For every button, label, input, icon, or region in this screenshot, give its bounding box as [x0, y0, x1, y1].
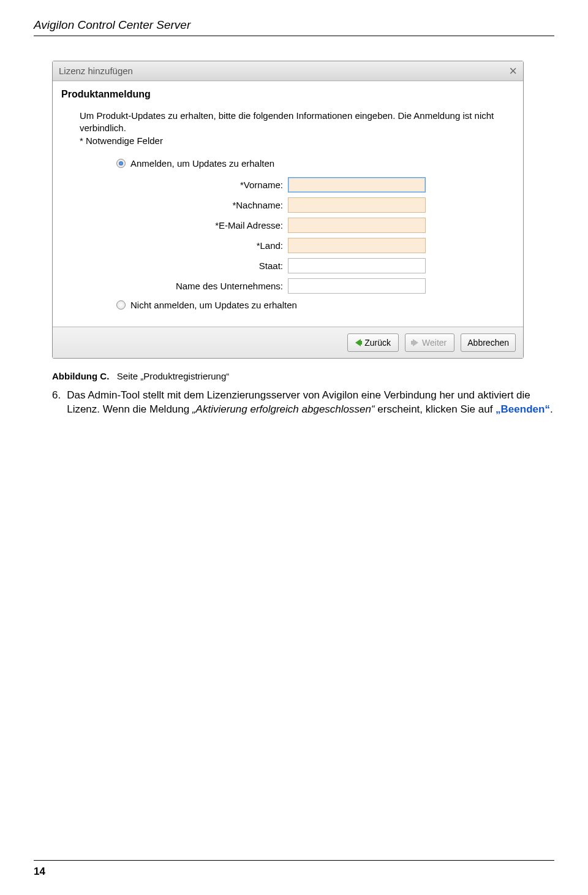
intro-text: Um Produkt-Updates zu erhalten, bitte di…	[61, 110, 514, 147]
back-button[interactable]: Zurück	[347, 333, 399, 352]
figure-caption: Abbildung C. Seite „Produktregistrierung…	[52, 371, 554, 381]
para-italic: „Aktivierung erfolgreich abgeschlossen“	[192, 403, 375, 415]
intro-line1: Um Produkt-Updates zu erhalten, bitte di…	[80, 110, 514, 135]
next-button[interactable]: Weiter	[405, 333, 454, 352]
input-firma[interactable]	[288, 278, 426, 294]
para-mid: erscheint, klicken Sie auf	[375, 403, 496, 415]
label-email: *E-Mail Adresse:	[61, 220, 288, 230]
list-number: 6.	[52, 389, 61, 417]
doc-header: Avigilon Control Center Server	[34, 18, 554, 36]
page-footer: 14	[34, 860, 554, 878]
body-paragraph: 6. Das Admin-Tool stellt mit dem Lizenzi…	[52, 389, 554, 417]
label-nachname: *Nachname:	[61, 200, 288, 210]
arrow-right-icon	[413, 339, 418, 346]
label-staat: Staat:	[61, 261, 288, 271]
section-heading: Produktanmeldung	[61, 89, 514, 100]
input-land[interactable]	[288, 238, 426, 253]
input-email[interactable]	[288, 218, 426, 233]
intro-line2: * Notwendige Felder	[80, 135, 514, 147]
cancel-button[interactable]: Abbrechen	[461, 333, 516, 352]
close-icon[interactable]: ×	[509, 64, 517, 78]
radio-signup-label: Anmelden, um Updates zu erhalten	[130, 158, 274, 169]
next-button-label: Weiter	[422, 338, 447, 348]
radio-nosignup-label: Nicht anmelden, um Updates zu erhalten	[130, 300, 297, 310]
radio-selected-icon[interactable]	[116, 159, 126, 168]
input-staat[interactable]	[288, 258, 426, 273]
label-vorname: *Vorname:	[61, 180, 288, 190]
dialog-body: Produktanmeldung Um Produkt-Updates zu e…	[53, 81, 523, 327]
input-nachname[interactable]	[288, 197, 426, 213]
arrow-left-icon	[355, 339, 361, 346]
radio-signup-row[interactable]: Anmelden, um Updates zu erhalten	[61, 158, 514, 169]
dialog-title: Lizenz hinzufügen	[59, 66, 509, 76]
back-button-label: Zurück	[364, 338, 391, 348]
radio-nosignup-row[interactable]: Nicht anmelden, um Updates zu erhalten	[61, 300, 514, 310]
dialog-titlebar: Lizenz hinzufügen ×	[53, 61, 523, 81]
label-land: *Land:	[61, 240, 288, 251]
label-firma: Name des Unternehmens:	[61, 281, 288, 291]
dialog-screenshot: Lizenz hinzufügen × Produktanmeldung Um …	[52, 61, 548, 359]
paragraph-text: Das Admin-Tool stellt mit dem Lizenzieru…	[67, 389, 554, 417]
para-post: .	[550, 403, 553, 415]
cancel-button-label: Abbrechen	[467, 338, 509, 348]
radio-unselected-icon[interactable]	[116, 300, 126, 310]
caption-label: Abbildung C.	[52, 371, 109, 381]
caption-text: Seite „Produktregistrierung“	[117, 371, 229, 381]
dialog-footer: Zurück Weiter Abbrechen	[53, 327, 523, 358]
input-vorname[interactable]	[288, 177, 426, 192]
para-button-ref: „Beenden“	[496, 403, 550, 415]
dialog-window: Lizenz hinzufügen × Produktanmeldung Um …	[52, 61, 524, 359]
page-number: 14	[34, 866, 45, 877]
